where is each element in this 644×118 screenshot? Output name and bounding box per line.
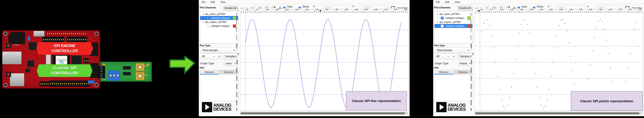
horizontal-scrollbar[interactable]: [474, 112, 643, 115]
jumper-blue: [28, 36, 30, 41]
small-chip: [26, 68, 30, 72]
plot-type-dropdown[interactable]: Time Domain ▼: [434, 47, 472, 53]
expander-triangle-icon[interactable]: ▼: [437, 21, 438, 23]
power-jack: [11, 32, 25, 44]
unit-value: Samples: [460, 55, 470, 58]
decrement-button[interactable]: −: [211, 55, 216, 58]
pin-header: [40, 81, 49, 86]
oscilloscope-window-points: File Edit View Plot Channels Disable All…: [433, 0, 644, 116]
unit-dropdown[interactable]: Samples ▼: [458, 53, 472, 59]
plot-type-label: Plot Type: [434, 44, 445, 47]
smb-connector-vin-plus: [135, 63, 145, 71]
channel-label: voltage0-voltage1: [211, 25, 230, 27]
graph-type-value: Lines: [225, 62, 232, 65]
channel-group-label: spi_clasic_ad7984: [440, 13, 460, 15]
unit-value: Samples: [225, 55, 236, 58]
silkscreen-text: 5V ONLY!: [13, 44, 20, 46]
increment-button[interactable]: +: [216, 55, 222, 58]
x-ruler[interactable]: +0+5+10+15+20+25+30+35+40+45+50+55+60+65…: [474, 8, 643, 13]
markers-panel: [200, 74, 238, 101]
menu-file[interactable]: File: [436, 1, 440, 3]
expander-triangle-icon[interactable]: ▼: [202, 21, 204, 23]
increment-button[interactable]: +: [451, 55, 456, 58]
channel-checkbox[interactable]: [206, 25, 209, 27]
plot-area[interactable]: Classic SPI points representation: [474, 13, 643, 111]
classic-spi-banner-line2: CONTROLLER: [52, 71, 78, 76]
channel-checkbox[interactable]: [206, 17, 209, 19]
disable-all-button[interactable]: Disable All: [457, 5, 473, 11]
adi-triangle-icon: [202, 102, 212, 112]
sample-count-stepper[interactable]: 80 − +: [200, 53, 222, 59]
tab-devices[interactable]: Devices: [219, 70, 238, 74]
channel-group-label: spi_engine_ad7984: [205, 21, 226, 23]
menu-view[interactable]: View: [455, 1, 460, 3]
channel-color-swatch[interactable]: [467, 16, 470, 20]
channel-color-swatch[interactable]: [233, 16, 236, 20]
zynq-dev-board: ZYNQ-7000 7S CLG400 5V ONLY!: [2, 30, 100, 89]
channel-group-classic[interactable]: ▼ spi_clasic_ad7984: [200, 12, 238, 16]
scrollbar-thumb[interactable]: [475, 113, 639, 114]
menu-edit[interactable]: Edit: [211, 1, 215, 3]
info-tabs: Markers Devices: [434, 70, 472, 101]
qfp-chip: [29, 42, 37, 50]
chevron-down-icon: ▼: [468, 49, 470, 51]
flow-arrow-icon: [169, 55, 196, 74]
mounting-hole: [94, 32, 98, 36]
channel-color-swatch[interactable]: [233, 24, 236, 28]
channel-checkbox[interactable]: [441, 17, 444, 19]
plot-area[interactable]: Classic SPI line representation: [240, 13, 409, 111]
spi-engine-banner-line1: SPI ENGINE: [54, 44, 76, 49]
mounting-hole: [4, 32, 7, 36]
chevron-down-icon: ▼: [234, 62, 236, 64]
channel-row-classic-voltage[interactable]: voltage0-voltage1: [200, 16, 238, 20]
graph-type-label: Graph Type:: [200, 62, 215, 65]
unit-dropdown[interactable]: Samples ▼: [224, 53, 238, 59]
expander-triangle-icon[interactable]: ▼: [202, 13, 204, 15]
plot-caption: Classic SPI line representation: [346, 91, 407, 110]
graph-type-label: Graph Type:: [434, 62, 449, 65]
menu-bar: File Edit View: [433, 0, 644, 4]
menu-file[interactable]: File: [202, 1, 206, 3]
tab-markers[interactable]: Markers: [200, 70, 219, 74]
module-ic: [123, 66, 131, 70]
terminal-block: [108, 70, 120, 81]
channel-group-engine[interactable]: ▼ spi_engine_ad7984: [200, 20, 238, 24]
channel-row-engine-voltage[interactable]: voltage0-voltage1: [434, 24, 472, 28]
horizontal-scrollbar[interactable]: [240, 112, 408, 115]
graph-type-dropdown[interactable]: Lines ▼: [224, 60, 238, 66]
graph-type-dropdown[interactable]: Points ▼: [458, 60, 472, 66]
channel-row-engine-voltage[interactable]: voltage0-voltage1: [200, 24, 238, 28]
pin-header: [42, 37, 64, 43]
x-ruler[interactable]: +0+5+10+15+20+25+30+35+40+45+50+55+60+65…: [240, 8, 408, 13]
menu-bar: File Edit View: [199, 0, 410, 4]
sample-count-value[interactable]: 80: [200, 55, 211, 58]
tab-markers[interactable]: Markers: [434, 70, 454, 74]
channel-checkbox[interactable]: [441, 25, 444, 27]
channel-color-swatch[interactable]: [467, 24, 470, 28]
ethernet-port: [2, 52, 22, 64]
reset-button: [6, 43, 11, 48]
zynq-chip-line2: 7S: [59, 61, 64, 64]
plot-type-dropdown[interactable]: Time Domain ▼: [200, 47, 237, 53]
mounting-hole: [94, 83, 98, 87]
sample-count-stepper[interactable]: 80 − +: [434, 53, 457, 59]
sample-count-value[interactable]: 80: [434, 55, 446, 58]
adc-module-board: VIN+ VIN- +2.5V: [100, 62, 152, 82]
mounting-hole: [4, 83, 7, 87]
scrollbar-thumb[interactable]: [241, 113, 405, 114]
tab-devices[interactable]: Devices: [454, 70, 472, 74]
decrement-button[interactable]: −: [446, 55, 451, 58]
channel-label: voltage0-voltage1: [445, 17, 464, 19]
menu-edit[interactable]: Edit: [445, 1, 450, 3]
expander-triangle-icon[interactable]: ▼: [437, 13, 438, 15]
classic-spi-banner: CLASSIC SPI CONTROLLER: [37, 64, 92, 77]
menu-view[interactable]: View: [220, 1, 226, 3]
disable-all-button[interactable]: Disable All: [222, 5, 238, 11]
plot-channels-label: Plot Channels: [434, 6, 450, 9]
channel-group-engine[interactable]: ▼ spi_engine_ad7984: [434, 20, 472, 24]
composite-canvas: ZYNQ-7000 7S CLG400 5V ONLY! SPI ENGINE …: [0, 0, 644, 118]
module-hole: [102, 63, 106, 66]
module-silk-voltage: +2.5V: [102, 78, 106, 80]
channel-row-classic-voltage[interactable]: voltage0-voltage1: [434, 16, 472, 20]
channel-group-classic[interactable]: ▼ spi_clasic_ad7984: [434, 12, 472, 16]
